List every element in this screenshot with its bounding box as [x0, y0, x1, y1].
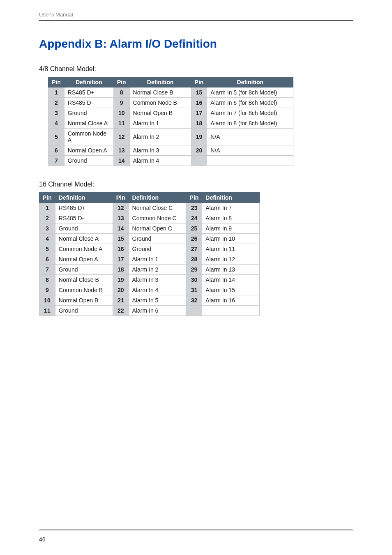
table-row: 4Normal Close A11Alarm In 118Alarm In 8 … [48, 118, 293, 129]
pin-cell: 6 [39, 254, 55, 265]
definition-cell: Normal Open A [55, 254, 113, 265]
pin-cell: 9 [113, 98, 129, 108]
table-header-row: Pin Definition Pin Definition Pin Defini… [39, 193, 260, 203]
pin-cell: 17 [113, 254, 129, 265]
definition-cell: Normal Open B [129, 108, 191, 118]
pin-cell: 10 [39, 295, 55, 306]
table-row: 7Ground18Alarm In 229Alarm In 13 [39, 265, 260, 275]
definition-cell: Alarm In 3 [129, 275, 186, 285]
pin-cell: 20 [191, 145, 207, 156]
pin-cell: 4 [48, 118, 65, 129]
pin-cell: 4 [39, 234, 55, 244]
col-pin: Pin [48, 77, 65, 88]
col-pin: Pin [191, 77, 207, 88]
pin-cell: 10 [113, 108, 129, 118]
table-row: 6Normal Open A17Alarm In 128Alarm In 12 [39, 254, 260, 265]
definition-cell: Ground [64, 108, 113, 118]
col-definition: Definition [129, 77, 191, 88]
definition-cell: Normal Close C [129, 203, 186, 213]
definition-cell: N/A [207, 145, 293, 156]
pin-cell: 30 [186, 275, 202, 285]
definition-cell: Common Node A [64, 129, 113, 145]
pin-cell: 24 [186, 213, 202, 223]
page-header: User's Manual [39, 12, 353, 20]
definition-cell: Ground [129, 234, 186, 244]
definition-cell: Alarm In 7 (for 8ch Model) [207, 108, 293, 118]
table-16-channel: Pin Definition Pin Definition Pin Defini… [39, 192, 260, 316]
pin-cell: 21 [113, 295, 129, 306]
pin-cell: 3 [39, 223, 55, 234]
table-row: 4Normal Close A15Ground26Alarm In 10 [39, 234, 260, 244]
definition-cell: Ground [55, 223, 113, 234]
table-row: 2RS485 D-13Common Node C24Alarm In 8 [39, 213, 260, 223]
col-pin: Pin [113, 77, 129, 88]
definition-cell: Alarm In 13 [202, 265, 260, 275]
pin-cell: 14 [113, 156, 129, 166]
table-row: 3Ground14Normal Open C25Alarm In 9 [39, 223, 260, 234]
table-row: 7Ground14Alarm In 4 [48, 156, 293, 166]
definition-cell: Alarm In 6 (for 8ch Model) [207, 98, 293, 108]
definition-cell: Common Node A [55, 244, 113, 254]
header-text: User's Manual [39, 12, 73, 18]
pin-cell: 14 [113, 223, 129, 234]
section1-heading: 4/8 Channel Model: [39, 65, 353, 73]
definition-cell: RS485 D- [55, 213, 113, 223]
definition-cell: Normal Close B [129, 88, 191, 98]
pin-cell [191, 156, 207, 166]
definition-cell: Alarm In 8 (for 8ch Model) [207, 118, 293, 129]
pin-cell: 23 [186, 203, 202, 213]
pin-cell: 17 [191, 108, 207, 118]
page-number: 46 [39, 536, 46, 543]
definition-cell: Alarm In 5 [129, 295, 186, 306]
pin-cell: 13 [113, 145, 129, 156]
pin-cell: 7 [39, 265, 55, 275]
pin-cell: 28 [186, 254, 202, 265]
table-header-row: Pin Definition Pin Definition Pin Defini… [48, 77, 293, 88]
col-definition: Definition [129, 193, 186, 203]
table1-container: Pin Definition Pin Definition Pin Defini… [48, 77, 353, 166]
pin-cell: 15 [113, 234, 129, 244]
pin-cell: 7 [48, 156, 65, 166]
pin-cell: 19 [113, 275, 129, 285]
pin-cell: 1 [39, 203, 55, 213]
col-definition: Definition [207, 77, 293, 88]
definition-cell: Normal Close A [55, 234, 113, 244]
table-row: 3Ground10Normal Open B17Alarm In 7 (for … [48, 108, 293, 118]
definition-cell: Common Node B [55, 285, 113, 295]
pin-cell: 19 [191, 129, 207, 145]
definition-cell [207, 156, 293, 166]
definition-cell: Alarm In 4 [129, 156, 191, 166]
pin-cell: 18 [113, 265, 129, 275]
table-row: 8Normal Close B19Alarm In 330Alarm In 14 [39, 275, 260, 285]
table-row: 5Common Node A12Alarm In 219N/A [48, 129, 293, 145]
pin-cell: 22 [113, 306, 129, 316]
definition-cell: Normal Close B [55, 275, 113, 285]
definition-cell: Normal Open B [55, 295, 113, 306]
page-title: Appendix B: Alarm I/O Definition [39, 37, 353, 51]
table2-container: Pin Definition Pin Definition Pin Defini… [39, 192, 353, 316]
definition-cell: Ground [129, 244, 186, 254]
table-row: 11Ground22Alarm In 6 [39, 306, 260, 316]
pin-cell: 3 [48, 108, 65, 118]
pin-cell [186, 306, 202, 316]
definition-cell: Alarm In 5 (for 8ch Model) [207, 88, 293, 98]
pin-cell: 12 [113, 129, 129, 145]
header-rule [39, 20, 353, 21]
table-4-8-channel: Pin Definition Pin Definition Pin Defini… [48, 77, 293, 166]
definition-cell: Alarm In 2 [129, 129, 191, 145]
definition-cell: RS485 D+ [55, 203, 113, 213]
pin-cell: 11 [113, 118, 129, 129]
definition-cell: Alarm In 12 [202, 254, 260, 265]
pin-cell: 31 [186, 285, 202, 295]
definition-cell: Ground [64, 156, 113, 166]
col-definition: Definition [64, 77, 113, 88]
definition-cell: Alarm In 15 [202, 285, 260, 295]
table-row: 2RS485 D-9Common Node B16Alarm In 6 (for… [48, 98, 293, 108]
definition-cell: Normal Open A [64, 145, 113, 156]
pin-cell: 13 [113, 213, 129, 223]
definition-cell: Alarm In 11 [202, 244, 260, 254]
definition-cell: Normal Open C [129, 223, 186, 234]
definition-cell: Alarm In 14 [202, 275, 260, 285]
pin-cell: 2 [39, 213, 55, 223]
definition-cell: Common Node C [129, 213, 186, 223]
